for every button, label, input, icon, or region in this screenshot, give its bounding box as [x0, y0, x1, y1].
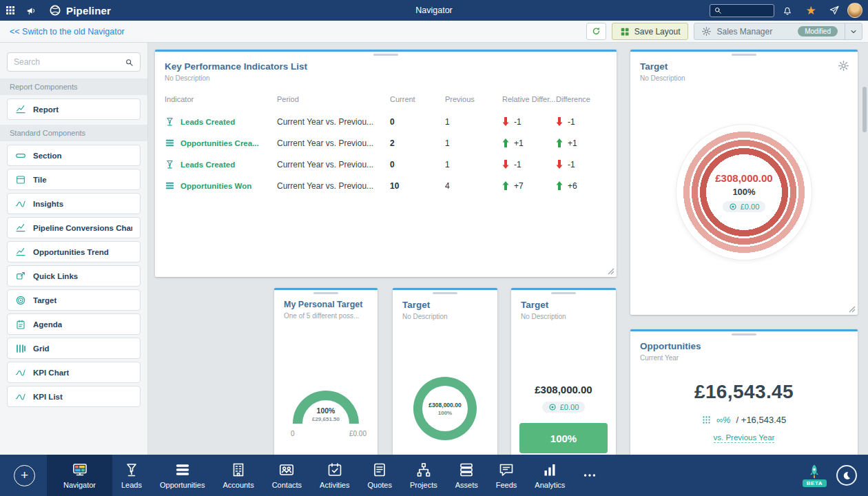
- analytics-bars-icon: [541, 462, 558, 478]
- indicator-link[interactable]: Leads Created: [165, 116, 277, 127]
- sidebar-item-kpi-chart[interactable]: KPI Chart: [7, 362, 141, 383]
- target-donut-card: Target No Description £308,000.00 100%: [393, 288, 497, 455]
- nav-more-button[interactable]: [574, 455, 606, 496]
- profile-dropdown-button[interactable]: [845, 23, 862, 39]
- activities-check-icon: [327, 462, 343, 478]
- leads-icon: [165, 116, 175, 127]
- current-cell: 2: [390, 138, 445, 148]
- nav-item-assets[interactable]: Assets: [446, 455, 487, 496]
- nav-item-projects[interactable]: Projects: [401, 455, 446, 496]
- axis-max: £0.00: [349, 430, 366, 437]
- trend-down-icon: [556, 117, 563, 126]
- sidebar-item-agenda[interactable]: Agenda: [7, 313, 141, 335]
- layout-grid-icon: [620, 27, 630, 37]
- previous-cell: 1: [445, 117, 502, 127]
- nav-item-analytics[interactable]: Analytics: [526, 455, 574, 496]
- send-icon[interactable]: [824, 0, 845, 21]
- card-settings-gear-icon[interactable]: [838, 60, 849, 72]
- bottom-navigation: + Navigator Leads Opportunities Accounts…: [0, 455, 868, 496]
- topbar-right: ★: [710, 0, 868, 21]
- sidebar-search-input[interactable]: [14, 57, 121, 67]
- period-cell: Current Year vs. Previou...: [277, 160, 390, 169]
- add-new-button[interactable]: +: [14, 465, 35, 486]
- sidebar-item-report[interactable]: Report: [7, 99, 141, 120]
- top-bar: Pipeliner Navigator ★: [0, 0, 868, 21]
- target-percent: 100%: [732, 187, 755, 197]
- save-layout-button[interactable]: Save Layout: [612, 23, 689, 40]
- card-title: Key Performance Indicators List: [165, 61, 607, 72]
- nav-item-feeds[interactable]: Feeds: [487, 455, 526, 496]
- nav-item-accounts[interactable]: Accounts: [214, 455, 262, 496]
- nav-item-opportunities[interactable]: Opportunities: [151, 455, 214, 496]
- relative-difference-cell: +1: [502, 138, 556, 148]
- profile-selector-main[interactable]: Sales Manager Modified: [694, 26, 845, 37]
- sidebar-item-opportunities-trend[interactable]: Opportunities Trend: [7, 241, 141, 262]
- notifications-bell-icon[interactable]: [777, 0, 798, 21]
- relative-difference-cell: +7: [502, 181, 556, 191]
- sidebar-item-section[interactable]: Section: [7, 145, 141, 166]
- target-gauge-card: Target No Description £308,000.00 100% £…: [630, 50, 858, 315]
- sidebar-item-grid[interactable]: Grid: [7, 338, 141, 359]
- favorites-star-icon[interactable]: ★: [800, 0, 821, 21]
- user-avatar[interactable]: [847, 3, 862, 18]
- sidebar-item-quick-links[interactable]: Quick Links: [7, 265, 141, 287]
- indicator-link[interactable]: Opportunities Won: [165, 180, 277, 191]
- sidebar-item-target[interactable]: Target: [7, 289, 141, 311]
- donut-percent: 100%: [438, 410, 452, 416]
- nav-item-contacts[interactable]: Contacts: [263, 455, 311, 496]
- nav-item-quotes[interactable]: Quotes: [359, 455, 401, 496]
- profile-selector: Sales Manager Modified: [694, 23, 862, 40]
- beta-rocket-button[interactable]: BETA: [803, 464, 827, 487]
- difference-cell: +1: [556, 138, 607, 148]
- previous-cell: 4: [445, 181, 502, 191]
- card-title: Target: [402, 300, 488, 310]
- switch-old-navigator-link[interactable]: << Switch to the old Navigator: [10, 27, 125, 37]
- global-search-input[interactable]: [725, 6, 770, 14]
- dark-mode-moon-button[interactable]: [836, 465, 857, 486]
- nav-item-navigator[interactable]: Navigator: [47, 455, 112, 496]
- comparison-link[interactable]: vs. Previous Year: [714, 433, 775, 443]
- sidebar-section-header: Standard Components: [0, 125, 147, 141]
- table-row: Opportunities Crea... Current Year vs. P…: [165, 132, 607, 154]
- tile-icon: [15, 174, 26, 185]
- refresh-button[interactable]: [586, 23, 606, 40]
- previous-cell: 1: [445, 138, 502, 148]
- chevron-down-icon: [849, 28, 858, 36]
- indicator-link[interactable]: Opportunities Crea...: [165, 138, 277, 148]
- progress-bar: 100%: [519, 423, 608, 453]
- canvas-scrollbar-thumb[interactable]: [862, 87, 867, 132]
- trend-down-icon: [502, 117, 509, 126]
- nav-item-leads[interactable]: Leads: [112, 455, 151, 496]
- opportunities-icon: [174, 462, 191, 478]
- card-subtitle: No Description: [402, 313, 488, 320]
- trend-up-icon: [556, 181, 563, 190]
- difference-cell: -1: [556, 117, 607, 127]
- target-icon: [729, 203, 737, 211]
- sidebar-item-kpi-list[interactable]: KPI List: [7, 386, 141, 407]
- card-subtitle: No Description: [165, 74, 607, 82]
- card-subtitle: No Description: [640, 74, 848, 82]
- opportunities-delta: ∞% / +16,543.45: [630, 415, 858, 425]
- sidebar-section-header: Report Components: [0, 79, 147, 95]
- trend-up-icon: [502, 181, 509, 190]
- opportunities-card: Opportunities Current Year £16,543.45 ∞%…: [630, 329, 858, 455]
- sidebar-item-insights[interactable]: Insights: [7, 193, 141, 214]
- section-icon: [15, 150, 26, 161]
- sidebar-item-pipeline-conversions-chart[interactable]: Pipeline Conversions Chart: [7, 217, 141, 238]
- opportunities-icon: [165, 138, 175, 148]
- search-icon: [714, 6, 722, 14]
- indicator-link[interactable]: Leads Created: [165, 159, 277, 169]
- resize-handle[interactable]: [849, 306, 856, 313]
- nav-item-activities[interactable]: Activities: [311, 455, 358, 496]
- projects-hierarchy-icon: [415, 462, 432, 478]
- components-sidebar: Report Components Report Standard Compon…: [0, 43, 148, 455]
- card-title: Opportunities: [640, 341, 848, 351]
- sidebar-item-tile[interactable]: Tile: [7, 169, 141, 190]
- difference-cell: -1: [556, 160, 607, 169]
- delta-percent: ∞%: [716, 415, 731, 425]
- save-layout-label: Save Layout: [634, 27, 681, 37]
- target-amount: £308,000.00: [715, 172, 772, 184]
- resize-handle[interactable]: [608, 268, 614, 275]
- kpi-list-card: Key Performance Indicators List No Descr…: [155, 50, 617, 277]
- target-amount: £308,000.00: [511, 384, 616, 395]
